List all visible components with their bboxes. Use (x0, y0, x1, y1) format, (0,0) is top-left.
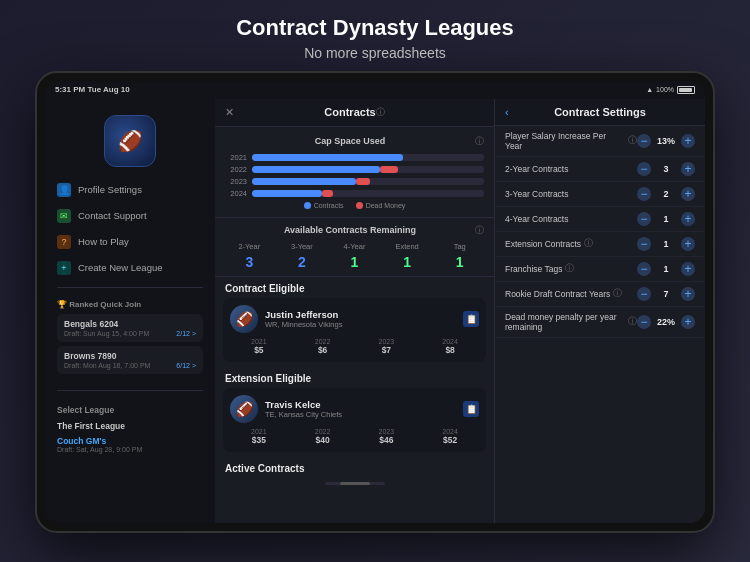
3year-increase-btn[interactable]: + (681, 187, 695, 201)
salary-increase-btn[interactable]: + (681, 134, 695, 148)
4year-decrease-btn[interactable]: − (637, 212, 651, 226)
player-name-jefferson: Justin Jefferson (265, 309, 456, 320)
available-contracts-section: Available Contracts Remaining ⓘ 2-Year 3… (215, 218, 494, 277)
settings-row-4year: 4-Year Contracts − 1 + (495, 207, 705, 232)
page-title: Contract Dynasty Leagues (236, 14, 514, 43)
main-area: 🏈 👤 Profile Settings ✉ Contact Support (45, 99, 705, 523)
sidebar-divider (57, 287, 203, 288)
salary-label: Player Salary Increase Per Year ⓘ (505, 131, 637, 151)
bar-fill-contracts-2023 (252, 178, 356, 185)
close-button[interactable]: ✕ (225, 106, 234, 119)
battery-fill (679, 88, 692, 92)
legend-dead: Dead Money (356, 202, 406, 209)
app-background: Contract Dynasty Leagues No more spreads… (0, 0, 750, 562)
extension-label: Extension Contracts ⓘ (505, 237, 637, 250)
player-contract-btn-jefferson[interactable]: 📋 (463, 311, 479, 327)
player-pos-kelce: TE, Kansas City Chiefs (265, 410, 456, 419)
ranked-item-browns[interactable]: Browns 7890 Draft: Mon Aug 16, 7:00 PM 6… (57, 346, 203, 374)
sidebar-item-profile[interactable]: 👤 Profile Settings (45, 177, 215, 203)
ranked-bengals-sub: Draft: Sun Aug 15, 4:00 PM 2/12 > (64, 330, 196, 337)
contract-eligible-label: Contract Eligible (215, 277, 494, 298)
ranked-browns-name: Browns 7890 (64, 351, 196, 361)
battery-text: 100% (656, 86, 674, 93)
settings-row-3year: 3-Year Contracts − 2 + (495, 182, 705, 207)
bar-fill-contracts-2024 (252, 190, 322, 197)
franchise-info-icon[interactable]: ⓘ (565, 262, 574, 275)
rookie-info-icon[interactable]: ⓘ (613, 287, 622, 300)
sidebar: 🏈 👤 Profile Settings ✉ Contact Support (45, 99, 215, 523)
salary-controls: − 13% + (637, 134, 695, 148)
sidebar-item-create[interactable]: + Create New League (45, 255, 215, 281)
deadmoney-controls: − 22% + (637, 315, 695, 329)
settings-panel-header: ‹ Contract Settings (495, 99, 705, 126)
settings-panel-title: Contract Settings (554, 106, 646, 118)
contracts-info-icon[interactable]: ⓘ (376, 106, 385, 119)
bar-track-2024 (252, 190, 484, 197)
2year-decrease-btn[interactable]: − (637, 162, 651, 176)
3year-decrease-btn[interactable]: − (637, 187, 651, 201)
settings-row-extension: Extension Contracts ⓘ − 1 + (495, 232, 705, 257)
2year-controls: − 3 + (637, 162, 695, 176)
couch-sub: Draft: Sat, Aug 28, 9:00 PM (57, 446, 203, 453)
4year-label: 4-Year Contracts (505, 214, 637, 224)
avail-info-icon[interactable]: ⓘ (475, 224, 484, 237)
bar-fill-dead-2023 (356, 178, 370, 185)
cap-chart-info-icon[interactable]: ⓘ (475, 135, 484, 148)
cap-chart-title: Cap Space Used (225, 136, 475, 146)
player-info-kelce: Travis Kelce TE, Kansas City Chiefs (265, 399, 456, 419)
bar-fill-dead-2022 (380, 166, 399, 173)
extension-decrease-btn[interactable]: − (637, 237, 651, 251)
franchise-increase-btn[interactable]: + (681, 262, 695, 276)
sidebar-label-create: Create New League (78, 262, 163, 273)
deadmoney-info-icon[interactable]: ⓘ (628, 315, 637, 328)
sidebar-label-howto: How to Play (78, 236, 129, 247)
franchise-decrease-btn[interactable]: − (637, 262, 651, 276)
2year-label: 2-Year Contracts (505, 164, 637, 174)
bar-fill-contracts-2022 (252, 166, 380, 173)
ranked-item-bengals[interactable]: Bengals 6204 Draft: Sun Aug 15, 4:00 PM … (57, 314, 203, 342)
battery-icon (677, 86, 695, 94)
sidebar-item-howto[interactable]: ? How to Play (45, 229, 215, 255)
app-logo: 🏈 (104, 115, 156, 167)
settings-row-salary: Player Salary Increase Per Year ⓘ − 13% … (495, 126, 705, 157)
avail-row: 2-Year 3 3-Year 2 4-Year 1 (225, 242, 484, 270)
back-button[interactable]: ‹ (505, 106, 509, 118)
salary-decrease-btn[interactable]: − (637, 134, 651, 148)
player-pos-jefferson: WR, Minnesota Vikings (265, 320, 456, 329)
cap-chart-header: Cap Space Used ⓘ (225, 135, 484, 148)
bar-2023: 2023 (225, 177, 484, 186)
ipad-device: 5:31 PM Tue Aug 10 ▲ 100% 🏈 (35, 71, 715, 533)
sidebar-label-profile: Profile Settings (78, 184, 142, 195)
extension-increase-btn[interactable]: + (681, 237, 695, 251)
couch-item[interactable]: Couch GM's Draft: Sat, Aug 28, 9:00 PM (45, 433, 215, 456)
deadmoney-decrease-btn[interactable]: − (637, 315, 651, 329)
2year-increase-btn[interactable]: + (681, 162, 695, 176)
4year-increase-btn[interactable]: + (681, 212, 695, 226)
sidebar-item-support[interactable]: ✉ Contact Support (45, 203, 215, 229)
rookie-decrease-btn[interactable]: − (637, 287, 651, 301)
franchise-controls: − 1 + (637, 262, 695, 276)
profile-icon: 👤 (57, 183, 71, 197)
2year-value: 3 (656, 164, 676, 174)
avail-title: Available Contracts Remaining (225, 225, 475, 235)
kelce-year-2023: 2023 $46 (358, 428, 416, 445)
legend-dead-dot (356, 202, 363, 209)
ranked-section: 🏆 Ranked Quick Join Bengals 6204 Draft: … (45, 294, 215, 384)
avail-3year: 3-Year 2 (278, 242, 327, 270)
salary-info-icon[interactable]: ⓘ (628, 134, 637, 147)
ranked-browns-sub: Draft: Mon Aug 16, 7:00 PM 6/12 > (64, 362, 196, 369)
year-2021: 2021 $5 (230, 338, 288, 355)
deadmoney-label: Dead money penalty per year remaining ⓘ (505, 312, 637, 332)
4year-controls: − 1 + (637, 212, 695, 226)
player-contract-btn-kelce[interactable]: 📋 (463, 401, 479, 417)
rookie-increase-btn[interactable]: + (681, 287, 695, 301)
3year-label: 3-Year Contracts (505, 189, 637, 199)
salary-value: 13% (656, 136, 676, 146)
extension-eligible-label: Extension Eligible (215, 367, 494, 388)
settings-row-deadmoney: Dead money penalty per year remaining ⓘ … (495, 307, 705, 338)
page-subtitle: No more spreadsheets (304, 45, 446, 61)
rookie-value: 7 (656, 289, 676, 299)
legend-contracts-dot (304, 202, 311, 209)
extension-info-icon[interactable]: ⓘ (584, 237, 593, 250)
deadmoney-increase-btn[interactable]: + (681, 315, 695, 329)
